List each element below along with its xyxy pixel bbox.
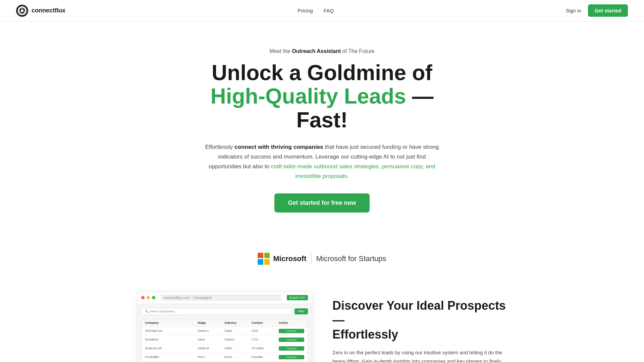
microsoft-squares-icon: [258, 253, 270, 265]
ms-divider: [311, 253, 311, 265]
features-section: connectflux.com · Campaigns Export CSV 🔍…: [121, 278, 523, 362]
mockup-action-button[interactable]: Export CSV: [287, 295, 308, 300]
hero-desc-link[interactable]: craft tailor-made outbound sales strateg…: [271, 163, 435, 179]
hero-section: Meet the Outreach Assistant of The Futur…: [0, 21, 644, 233]
hero-tagline: Meet the Outreach Assistant of The Futur…: [187, 48, 457, 54]
table-row: GrowthCo Seed Fintech CTO Connect: [142, 336, 308, 344]
features-description: Zero in on the perfect leads by using ou…: [332, 348, 507, 362]
window-close-dot: [141, 296, 145, 299]
mockup-window: connectflux.com · Campaigns Export CSV 🔍…: [137, 292, 312, 362]
svg-point-3: [21, 6, 23, 8]
svg-point-0: [16, 5, 28, 16]
table-action-tag[interactable]: Connect: [279, 346, 305, 351]
nav-links: Pricing FAQ: [298, 8, 334, 13]
window-minimize-dot: [147, 296, 150, 299]
table-action-tag[interactable]: Connect: [279, 329, 305, 333]
svg-point-4: [24, 11, 26, 13]
svg-point-1: [19, 7, 25, 14]
logo-svg: [16, 5, 28, 17]
navbar: connectflux Pricing FAQ Sign in Get star…: [0, 0, 644, 21]
sign-in-link[interactable]: Sign in: [566, 8, 581, 13]
logo-text: connectflux: [32, 7, 65, 14]
hero-headline: Unlock a Goldmine of High-Quality Leads …: [187, 61, 457, 132]
ms-square-green: [264, 253, 270, 258]
nav-get-started-button[interactable]: Get started: [588, 4, 628, 17]
svg-point-5: [18, 11, 20, 13]
microsoft-badge: Microsoft Microsoft for Startups: [0, 253, 644, 265]
table-action-tag[interactable]: Connect: [279, 355, 305, 359]
table-header-row: Company Stage Industry Contact Action: [142, 319, 308, 327]
mockup-body: 🔍 Search companies... Filter Company Sta…: [137, 304, 312, 362]
ms-logo: Microsoft: [258, 253, 306, 265]
nav-right: Sign in Get started: [566, 4, 628, 17]
nav-pricing[interactable]: Pricing: [298, 8, 313, 13]
svg-point-2: [21, 9, 23, 12]
window-maximize-dot: [152, 296, 155, 299]
ms-square-blue: [258, 259, 263, 265]
hero-description: Effortlessly connect with thriving compa…: [205, 142, 439, 181]
mockup-titlebar: connectflux.com · Campaigns Export CSV: [137, 292, 312, 304]
table-action-tag[interactable]: Connect: [279, 338, 305, 342]
ms-square-yellow: [264, 259, 270, 265]
mockup-filter-row: 🔍 Search companies... Filter: [141, 308, 308, 315]
mockup-table: Company Stage Industry Contact Action Te…: [141, 319, 308, 362]
ms-square-red: [258, 253, 263, 258]
microsoft-startups-label: Microsoft for Startups: [316, 254, 386, 263]
table-row: FundedBiz Pre-A Ecom Founder Connect: [142, 353, 308, 362]
mockup-filter-btn[interactable]: Filter: [294, 308, 308, 314]
nav-faq[interactable]: FAQ: [324, 8, 334, 13]
features-text-content: Discover Your Ideal Prospects— Effortles…: [332, 292, 507, 362]
logo[interactable]: connectflux: [16, 5, 65, 17]
mockup-search[interactable]: 🔍 Search companies...: [141, 308, 292, 315]
features-headline: Discover Your Ideal Prospects— Effortles…: [332, 298, 507, 342]
microsoft-name: Microsoft: [273, 254, 306, 263]
app-screenshot: connectflux.com · Campaigns Export CSV 🔍…: [137, 292, 312, 362]
table-row: TechStart Inc. Series A SaaS CEO Connect: [142, 327, 308, 336]
hero-cta-button[interactable]: Get started for free now: [274, 193, 369, 213]
mockup-url-bar: connectflux.com · Campaigns: [161, 294, 281, 301]
logo-icon: [16, 5, 28, 17]
table-row: ScaleUp Ltd Series B AI/ML VP Sales Conn…: [142, 344, 308, 353]
hero-content: Meet the Outreach Assistant of The Futur…: [171, 21, 473, 233]
